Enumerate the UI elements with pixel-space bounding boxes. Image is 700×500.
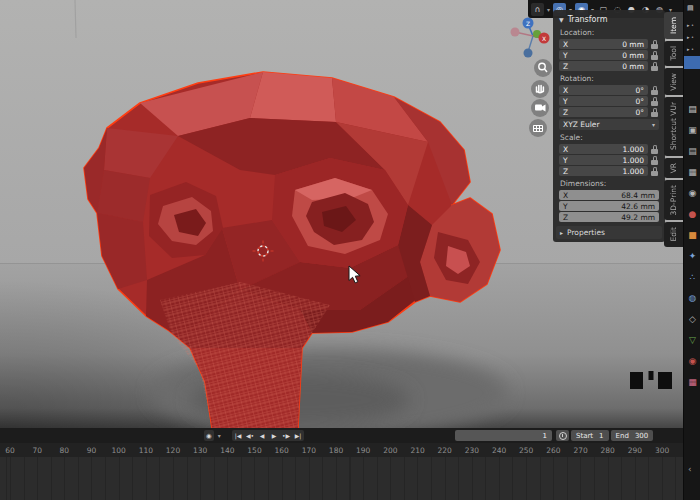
playback-controls: |◀◀•◀▶•▶▶| xyxy=(232,430,304,441)
particles-tab-icon[interactable]: ∴ xyxy=(690,272,696,282)
camera-view-icon xyxy=(531,99,549,117)
jump-to-start-button[interactable]: |◀ xyxy=(232,430,244,441)
physics-tab-icon[interactable]: ◍ xyxy=(689,293,697,303)
outliner-row[interactable]: ▸ • xyxy=(687,34,694,40)
frame-tick-label: 220 xyxy=(438,446,452,455)
location-label: Location: xyxy=(560,28,659,37)
rotation-x-field[interactable]: X0° xyxy=(559,85,648,95)
outliner-editor-icon[interactable]: ▤ xyxy=(687,4,694,12)
auto-keying-button[interactable]: ◉ xyxy=(204,430,214,441)
right-editor-rail: ▤ ▸ • ▸ • ▸ • ▤▣▤▦◉●■✦∴◍◇▽◉▦ ‹ xyxy=(683,0,700,500)
dimension-z-field[interactable]: Z49.2 mm xyxy=(559,212,659,222)
frame-tick-label: 170 xyxy=(302,446,316,455)
output-tab-icon[interactable]: ▤ xyxy=(688,146,697,156)
frame-tick-label: 120 xyxy=(166,446,180,455)
frame-tick-label: 80 xyxy=(60,446,70,455)
timeline-header: ◉ ▾ |◀◀•◀▶•▶▶| 1 Start1 End300 xyxy=(0,428,683,443)
rotation-mode-dropdown[interactable]: XYZ Euler ▾ xyxy=(559,119,659,130)
toggle-ortho-icon xyxy=(529,119,547,137)
frame-tick-label: 100 xyxy=(112,446,126,455)
rotation-y-field[interactable]: Y0° xyxy=(559,96,648,106)
chevron-down-icon: ▾ xyxy=(652,121,655,128)
frame-tick-label: 130 xyxy=(193,446,207,455)
frame-tick-label: 110 xyxy=(139,446,153,455)
frame-tick-label: 260 xyxy=(546,446,560,455)
object-data-tab-icon[interactable]: ▽ xyxy=(689,335,696,345)
snap-dropdown-icon[interactable]: ▾ xyxy=(545,6,552,13)
dimensions-label: Dimensions: xyxy=(560,179,659,188)
play-reverse-button[interactable]: ◀ xyxy=(256,430,268,441)
frame-start-field[interactable]: Start1 xyxy=(571,430,609,441)
current-frame-field[interactable]: 1 xyxy=(455,430,552,441)
frame-tick-label: 70 xyxy=(32,446,42,455)
expand-triangle-icon: ▸ xyxy=(560,229,563,236)
location-x-field[interactable]: X0 mm xyxy=(559,39,648,49)
modifiers-tab-icon[interactable]: ✦ xyxy=(689,251,697,261)
unlock-icon[interactable] xyxy=(651,167,659,176)
scale-label: Scale: xyxy=(560,133,659,142)
next-keyframe-button[interactable]: •▶ xyxy=(280,430,292,441)
unlock-icon[interactable] xyxy=(651,86,659,95)
sidebar-tab-strip: ItemToolViewShortcut VUrVR3D-PrintEdit xyxy=(664,12,683,247)
frame-tick-label: 200 xyxy=(383,446,397,455)
editor-type-icon[interactable]: ▤ xyxy=(688,104,697,114)
unlock-icon[interactable] xyxy=(651,145,659,154)
world-tab-icon[interactable]: ● xyxy=(689,209,697,219)
sidebar-tab-shortcut-vur[interactable]: Shortcut VUr xyxy=(664,97,683,155)
dimension-x-field[interactable]: X68.4 mm xyxy=(559,190,659,200)
transform-panel-header[interactable]: ▼ Transform xyxy=(559,15,659,24)
timeline-ruler[interactable]: 6070809010011012013014015016017018019020… xyxy=(0,443,683,457)
unlock-icon[interactable] xyxy=(651,108,659,117)
play-button[interactable]: ▶ xyxy=(268,430,280,441)
frame-tick-label: 60 xyxy=(5,446,15,455)
sidebar-tab-vr[interactable]: VR xyxy=(664,158,683,178)
unlock-icon[interactable] xyxy=(651,156,659,165)
properties-tab-column: ▤▣▤▦◉●■✦∴◍◇▽◉▦ xyxy=(684,104,700,387)
gizmo-z-label: Z xyxy=(526,20,530,27)
snap-magnet-icon[interactable]: ∩ xyxy=(531,3,544,16)
scale-y-field[interactable]: Y1.000 xyxy=(559,155,648,165)
use-preview-range-icon[interactable] xyxy=(556,430,569,441)
unlock-icon[interactable] xyxy=(651,97,659,106)
outliner-sliver: ▤ ▸ • ▸ • ▸ • xyxy=(684,0,700,95)
location-z-field[interactable]: Z0 mm xyxy=(559,61,648,71)
frame-tick-label: 210 xyxy=(410,446,424,455)
sidebar-tab-edit[interactable]: Edit xyxy=(664,222,683,247)
location-y-field[interactable]: Y0 mm xyxy=(559,50,648,60)
collapse-arrow-icon[interactable]: ‹ xyxy=(688,464,692,474)
collapse-triangle-icon: ▼ xyxy=(559,16,564,23)
unlock-icon[interactable] xyxy=(651,51,659,60)
timeline-editor[interactable]: ◉ ▾ |◀◀•◀▶•▶▶| 1 Start1 End300 607080901… xyxy=(0,428,683,500)
3d-viewport[interactable]: Z X ∩▾◎▾◉▾▢◌●◑◍▾ xyxy=(0,0,683,428)
rotation-z-field[interactable]: Z0° xyxy=(559,107,648,117)
outliner-row[interactable]: ▸ • xyxy=(687,22,694,28)
prev-keyframe-button[interactable]: ◀• xyxy=(244,430,256,441)
frame-tick-label: 160 xyxy=(275,446,289,455)
scene-tab-icon[interactable]: ◉ xyxy=(689,188,697,198)
unlock-icon[interactable] xyxy=(651,62,659,71)
frame-tick-label: 270 xyxy=(573,446,587,455)
texture-tab-icon[interactable]: ▦ xyxy=(688,377,697,387)
scale-z-field[interactable]: Z1.000 xyxy=(559,166,648,176)
unlock-icon[interactable] xyxy=(651,40,659,49)
frame-tick-label: 180 xyxy=(329,446,343,455)
material-tab-icon[interactable]: ◉ xyxy=(689,356,697,366)
properties-subpanel-header[interactable]: ▸ Properties xyxy=(556,226,662,239)
sidebar-tab-item[interactable]: Item xyxy=(664,12,683,39)
object-tab-icon[interactable]: ■ xyxy=(688,230,697,240)
scale-x-field[interactable]: X1.000 xyxy=(559,144,648,154)
sidebar-tab-view[interactable]: View xyxy=(664,68,683,96)
sidebar-tab-3d-print[interactable]: 3D-Print xyxy=(664,180,683,221)
view-layer-tab-icon[interactable]: ▦ xyxy=(688,167,697,177)
timeline-tracks[interactable] xyxy=(0,457,683,500)
outliner-row[interactable]: ▸ • xyxy=(687,46,694,52)
panel-title: Transform xyxy=(568,15,608,24)
dimension-y-field[interactable]: Y42.6 mm xyxy=(559,201,659,211)
render-tab-icon[interactable]: ▣ xyxy=(688,125,697,135)
frame-end-field[interactable]: End300 xyxy=(611,430,654,441)
constraints-tab-icon[interactable]: ◇ xyxy=(689,314,696,324)
sidebar-tab-tool[interactable]: Tool xyxy=(664,41,683,66)
jump-to-end-button[interactable]: ▶| xyxy=(292,430,304,441)
auto-keying-dropdown-icon[interactable]: ▾ xyxy=(216,432,223,439)
outliner-selected-row[interactable] xyxy=(684,56,700,69)
